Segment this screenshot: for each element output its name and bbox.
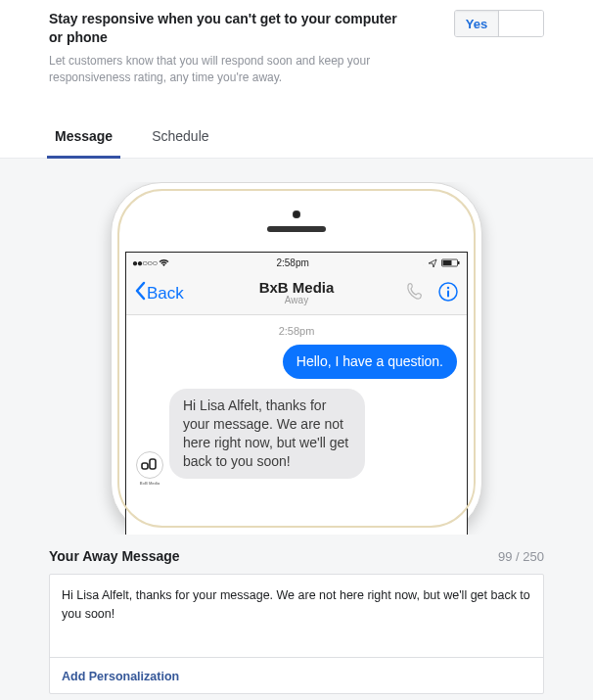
responsive-toggle: Yes: [454, 10, 544, 37]
battery-icon: [441, 258, 461, 267]
away-message-label: Your Away Message: [49, 548, 180, 564]
settings-header: Stay responsive when you can't get to yo…: [0, 0, 593, 95]
phone-mockup: ●●○○○ 2:58pm: [111, 182, 482, 535]
svg-rect-1: [443, 260, 452, 265]
toggle-no[interactable]: [499, 11, 543, 36]
chat-timestamp: 2:58pm: [136, 321, 457, 345]
toggle-yes[interactable]: Yes: [455, 11, 499, 36]
phone-nav-bar: Back BxB Media Away: [126, 272, 467, 315]
signal-icon: ●●○○○: [132, 257, 157, 268]
chevron-left-icon: [134, 281, 146, 305]
svg-rect-6: [142, 463, 148, 469]
svg-rect-2: [458, 261, 460, 264]
tabs: Message Schedule: [0, 118, 593, 159]
call-icon[interactable]: [404, 281, 426, 305]
phone-speaker-icon: [267, 226, 326, 232]
location-icon: [429, 258, 437, 267]
tab-schedule[interactable]: Schedule: [146, 118, 214, 158]
customer-message-bubble: Hello, I have a question.: [283, 345, 457, 379]
chat-body: 2:58pm Hello, I have a question. BxB Med…: [126, 315, 467, 535]
tab-message[interactable]: Message: [49, 118, 118, 158]
add-personalization-button[interactable]: Add Personalization: [62, 670, 179, 683]
away-message-section: Your Away Message 99 / 250 Hi Lisa Alfel…: [0, 535, 593, 700]
message-preview-area: ●●○○○ 2:58pm: [0, 159, 593, 535]
avatar: BxB Media: [136, 451, 163, 479]
away-message-box: Hi Lisa Alfelt, thanks for your message.…: [49, 574, 544, 694]
character-count: 99 / 250: [498, 549, 544, 564]
nav-back-button[interactable]: Back: [134, 281, 184, 305]
away-reply-bubble: Hi Lisa Alfelt, thanks for your message.…: [169, 389, 365, 479]
setting-title: Stay responsive when you can't get to yo…: [49, 10, 401, 47]
wifi-icon: [159, 258, 169, 267]
avatar-caption: BxB Media: [140, 481, 160, 486]
phone-camera-icon: [293, 210, 300, 218]
away-message-input[interactable]: Hi Lisa Alfelt, thanks for your message.…: [50, 575, 543, 657]
phone-screen: ●●○○○ 2:58pm: [125, 252, 468, 535]
moon-icon: [416, 258, 425, 267]
svg-point-4: [447, 287, 449, 289]
svg-rect-7: [150, 459, 156, 469]
nav-back-label: Back: [147, 284, 184, 303]
setting-description: Let customers know that you will respond…: [49, 53, 401, 86]
info-icon[interactable]: [437, 281, 459, 305]
phone-status-bar: ●●○○○ 2:58pm: [126, 253, 467, 272]
svg-rect-5: [447, 291, 449, 298]
status-time: 2:58pm: [276, 257, 308, 268]
